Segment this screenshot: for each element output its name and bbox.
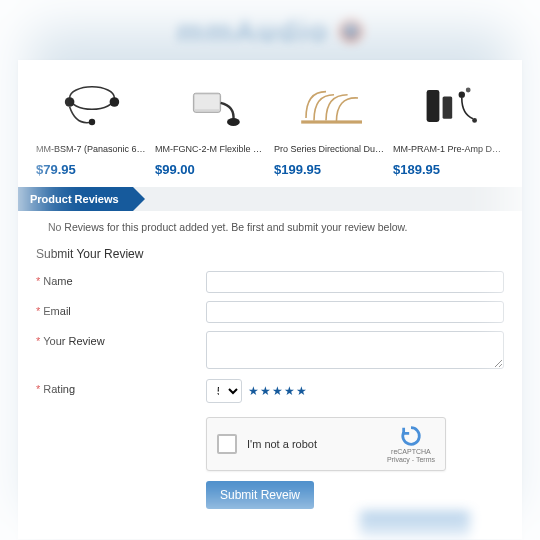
svg-point-2: [109, 97, 119, 107]
svg-point-1: [64, 97, 74, 107]
product-price: $79.95: [36, 162, 147, 177]
rating-select[interactable]: 5: [206, 379, 242, 403]
email-label: *Email: [36, 301, 206, 317]
form-row-rating: *Rating 5 ★★★★★: [36, 379, 504, 403]
form-row-captcha: I'm not a robot reCAPTCHA Privacy - Term…: [36, 411, 504, 509]
svg-rect-9: [442, 96, 452, 118]
svg-rect-8: [426, 90, 439, 122]
svg-point-11: [472, 118, 477, 123]
logo-text: mmAudio: [177, 13, 329, 47]
name-label: *Name: [36, 271, 206, 287]
tab-label: Product Reviews: [30, 193, 119, 205]
review-form-title: Submit Your Review: [36, 247, 504, 261]
no-reviews-text: No Reviews for this product added yet. B…: [36, 211, 504, 245]
recaptcha-checkbox[interactable]: [217, 434, 237, 454]
svg-point-0: [69, 87, 114, 109]
email-input[interactable]: [206, 301, 504, 323]
svg-point-6: [227, 118, 240, 126]
reviews-header-row: Product Reviews: [18, 187, 522, 211]
product-card[interactable]: MM-FGNC-2-M Flexible Gooseneck "… $99.00: [155, 74, 266, 177]
content-card: MM-BSM-7 (Panasonic 61 Series) Bla… $79.…: [18, 60, 522, 539]
star-icon: ★★★★★: [248, 384, 308, 398]
blurred-element: [360, 512, 470, 538]
form-row-email: *Email: [36, 301, 504, 323]
tab-product-reviews[interactable]: Product Reviews: [18, 187, 133, 211]
related-products: MM-BSM-7 (Panasonic 61 Series) Bla… $79.…: [36, 74, 504, 177]
site-header: mmAudio: [0, 0, 540, 60]
product-card[interactable]: MM-PRAM-1 Pre-Amp Driven Mono Mic… $189.…: [393, 74, 504, 177]
earset-icon: [274, 74, 385, 138]
review-label: *Your Review: [36, 331, 206, 347]
svg-point-10: [458, 92, 464, 98]
product-card[interactable]: Pro Series Directional Dual Earset… $199…: [274, 74, 385, 177]
form-row-name: *Name: [36, 271, 504, 293]
product-price: $99.00: [155, 162, 266, 177]
product-price: $199.95: [274, 162, 385, 177]
product-title: MM-BSM-7 (Panasonic 61 Series) Bla…: [36, 144, 147, 154]
svg-rect-5: [195, 95, 219, 109]
product-title: MM-FGNC-2-M Flexible Gooseneck "…: [155, 144, 266, 154]
svg-point-3: [88, 119, 94, 125]
gooseneck-icon: [155, 74, 266, 138]
svg-rect-7: [301, 120, 362, 123]
recaptcha-widget[interactable]: I'm not a robot reCAPTCHA Privacy - Term…: [206, 417, 446, 471]
product-card[interactable]: MM-BSM-7 (Panasonic 61 Series) Bla… $79.…: [36, 74, 147, 177]
name-input[interactable]: [206, 271, 504, 293]
logo-mark-icon: [339, 18, 363, 42]
headset-icon: [36, 74, 147, 138]
recaptcha-logo-icon: reCAPTCHA Privacy - Terms: [387, 425, 435, 463]
submit-review-button[interactable]: Submit Reveiw: [206, 481, 314, 509]
svg-point-12: [465, 88, 470, 93]
form-row-review: *Your Review: [36, 331, 504, 371]
product-title: MM-PRAM-1 Pre-Amp Driven Mono Mic…: [393, 144, 504, 154]
recaptcha-label: I'm not a robot: [247, 438, 377, 450]
review-textarea[interactable]: [206, 331, 504, 369]
product-title: Pro Series Directional Dual Earset…: [274, 144, 385, 154]
product-price: $189.95: [393, 162, 504, 177]
preamp-icon: [393, 74, 504, 138]
rating-label: *Rating: [36, 379, 206, 395]
